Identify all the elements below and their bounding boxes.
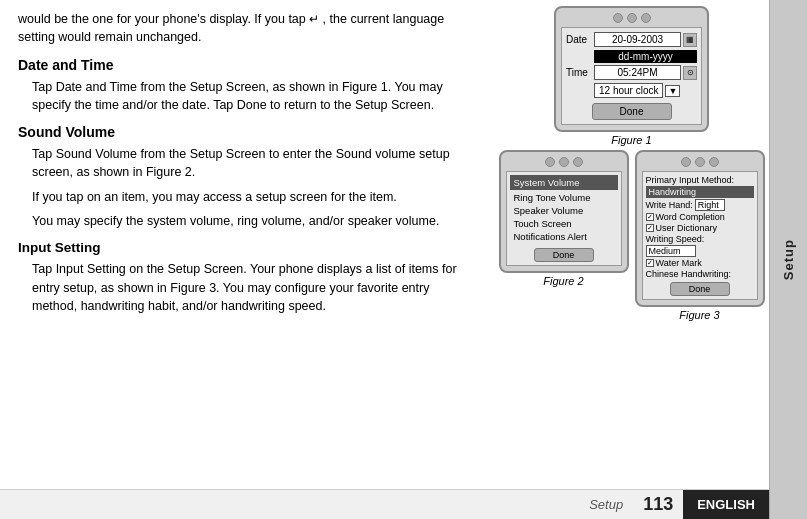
water-mark-item: ✓ Water Mark <box>646 258 754 268</box>
figure3-screen-inner: Primary Input Method: Handwriting Write … <box>642 171 758 300</box>
menu-item-ring: Ring Tone Volume <box>510 191 618 204</box>
date-time-heading: Date and Time <box>18 55 476 75</box>
phone3-circle-3 <box>709 157 719 167</box>
main-text: would be the one for your phone's displa… <box>0 0 494 489</box>
time-row: Time 05:24PM ⊙ <box>566 65 697 80</box>
menu-item-notif: Notifications Alert <box>510 230 618 243</box>
primary-input-label: Primary Input Method: <box>646 175 754 185</box>
date-format-highlight: dd-mm-yyyy <box>594 50 697 63</box>
right-sidebar: Setup <box>769 0 807 519</box>
figure1-screen-inner: Date 20-09-2003 ▦ dd-mm-yyyy Time 05:24P… <box>561 27 702 125</box>
word-completion-item: ✓ Word Completion <box>646 212 754 222</box>
phone-top-bar <box>561 13 702 23</box>
figures-area: Date 20-09-2003 ▦ dd-mm-yyyy Time 05:24P… <box>494 0 769 489</box>
figures-bottom-row: System Volume Ring Tone Volume Speaker V… <box>499 150 765 321</box>
figure1-screen: Date 20-09-2003 ▦ dd-mm-yyyy Time 05:24P… <box>554 6 709 132</box>
figure3-done-btn[interactable]: Done <box>670 282 730 296</box>
write-hand-row: Write Hand: Right <box>646 199 754 211</box>
menu-item-touch: Touch Screen <box>510 217 618 230</box>
chinese-handwriting-label: Chinese Handwriting: <box>646 269 754 279</box>
input-setting-text: Tap Input Setting on the Setup Screen. Y… <box>32 260 476 314</box>
sound-volume-text3: You may specify the system volume, ring … <box>32 212 476 230</box>
bottom-page-number: 113 <box>633 494 683 515</box>
content-area: would be the one for your phone's displa… <box>0 0 769 519</box>
writing-speed-value-row: Medium <box>646 245 754 257</box>
sound-volume-text2: If you tap on an item, you may access a … <box>32 188 476 206</box>
figure3-container: Primary Input Method: Handwriting Write … <box>635 150 765 321</box>
figure1-done-btn[interactable]: Done <box>592 103 672 120</box>
figure2-container: System Volume Ring Tone Volume Speaker V… <box>499 150 629 287</box>
input-method-section: Primary Input Method: Handwriting Write … <box>646 175 754 279</box>
date-time-text: Tap Date and Time from the Setup Screen,… <box>32 78 476 114</box>
bottom-english-label: ENGLISH <box>683 490 769 519</box>
menu-item-speaker: Speaker Volume <box>510 204 618 217</box>
figure2-screen-inner: System Volume Ring Tone Volume Speaker V… <box>506 171 622 266</box>
writing-speed-value: Medium <box>646 245 696 257</box>
figure2-screen: System Volume Ring Tone Volume Speaker V… <box>499 150 629 273</box>
figure2-done-btn[interactable]: Done <box>534 248 594 262</box>
sidebar-setup-label: Setup <box>781 239 796 280</box>
user-dictionary-item: ✓ User Dictionary <box>646 223 754 233</box>
bottom-bar: Setup 113 ENGLISH <box>0 489 769 519</box>
user-dictionary-checkbox[interactable]: ✓ <box>646 224 654 232</box>
phone3-circle-2 <box>695 157 705 167</box>
figure3-screen: Primary Input Method: Handwriting Write … <box>635 150 765 307</box>
figure2-label: Figure 2 <box>499 275 629 287</box>
phone-circle-3 <box>641 13 651 23</box>
phone2-circle-2 <box>559 157 569 167</box>
clock-section: 12 hour clock ▼ <box>594 83 697 98</box>
phone2-circle-3 <box>573 157 583 167</box>
phone-circle-1 <box>613 13 623 23</box>
figure2-bottom: Done <box>510 245 618 262</box>
clock-dropdown-icon[interactable]: ▼ <box>665 85 680 97</box>
phone3-top-bar <box>642 157 758 167</box>
arrow-icon: ↵ <box>309 12 322 26</box>
sound-volume-text1: Tap Sound Volume from the Setup Screen t… <box>32 145 476 181</box>
figure1-container: Date 20-09-2003 ▦ dd-mm-yyyy Time 05:24P… <box>554 6 709 146</box>
figure1-label: Figure 1 <box>554 134 709 146</box>
water-mark-checkbox[interactable]: ✓ <box>646 259 654 267</box>
system-volume-highlight: System Volume <box>510 175 618 190</box>
page-wrapper: would be the one for your phone's displa… <box>0 0 807 519</box>
phone2-circle-1 <box>545 157 555 167</box>
phone2-top-bar <box>506 157 622 167</box>
date-row: Date 20-09-2003 ▦ <box>566 32 697 47</box>
clock-icon[interactable]: ⊙ <box>683 66 697 80</box>
figure3-label: Figure 3 <box>635 309 765 321</box>
phone3-circle-1 <box>681 157 691 167</box>
calendar-icon[interactable]: ▦ <box>683 33 697 47</box>
input-setting-heading: Input Setting <box>18 238 476 258</box>
word-completion-checkbox[interactable]: ✓ <box>646 213 654 221</box>
write-hand-value: Right <box>695 199 725 211</box>
writing-speed-row: Writing Speed: <box>646 234 754 244</box>
handwriting-highlight: Handwriting <box>646 186 754 198</box>
bottom-setup-text: Setup <box>589 497 633 512</box>
sound-volume-heading: Sound Volume <box>18 122 476 142</box>
phone-circle-2 <box>627 13 637 23</box>
intro-paragraph: would be the one for your phone's displa… <box>18 10 476 47</box>
